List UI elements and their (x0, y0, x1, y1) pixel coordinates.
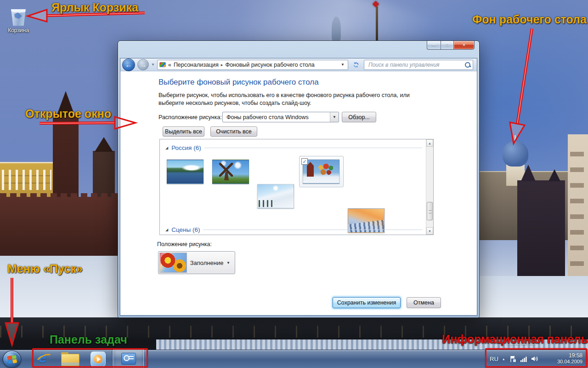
group-header-russia[interactable]: ◢ Россия (6) (160, 143, 425, 152)
wallpaper-thumbnail-kremlin-winter-selected[interactable] (303, 159, 339, 184)
position-preview-thumbnail (159, 253, 187, 273)
position-value: Заполнение (187, 259, 226, 266)
group-header-scenes[interactable]: ◢ Сцены (6) (160, 225, 425, 234)
group-rule (203, 230, 422, 230)
wallpaper-thumbnail-windmill[interactable] (212, 160, 249, 184)
address-dropdown-button[interactable]: ▼ (339, 63, 346, 67)
forward-button[interactable]: → (137, 59, 149, 70)
group-rule (204, 148, 422, 148)
annotation-arrow-to-start (2, 276, 22, 348)
recycle-bin-caption: Корзина (6, 27, 31, 34)
selected-wallpaper-frame[interactable]: ✓ (299, 156, 344, 187)
wallpaper-list[interactable]: ◢ Россия (6) ✓ ◢ Сцены (6) (159, 139, 434, 235)
maximize-icon: □ (446, 43, 448, 47)
breadcrumb-overflow-chevron[interactable]: « (168, 62, 171, 68)
annotation-desktop-background: Фон рабочего стола (472, 13, 587, 26)
start-button[interactable] (3, 351, 21, 368)
recent-pages-button[interactable]: ▼ (151, 63, 155, 67)
breadcrumb-desktop-background[interactable]: Фоновый рисунок рабочего стола (225, 62, 314, 68)
kremlin-spire-art (376, 6, 378, 41)
page-title: Выберите фоновый рисунок рабочего стола (158, 78, 319, 87)
select-all-button[interactable]: Выделить все (163, 126, 204, 137)
control-panel-window: — □ × ← → ▼ « Персонализация ▸ Фоновый р… (118, 40, 480, 318)
address-bar[interactable]: « Персонализация ▸ Фоновый рисунок рабоч… (157, 60, 348, 70)
picture-position-combobox[interactable]: Заполнение ▼ (158, 251, 235, 274)
browse-button[interactable]: Обзор... (342, 112, 376, 122)
annotation-recycle-bin: Ярлык Корзика (51, 1, 138, 14)
annotation-open-window: Открытое окно (25, 107, 111, 121)
location-combobox[interactable]: Фоны рабочего стола Windows ▼ (222, 112, 339, 122)
scrollbar-thumb[interactable] (427, 202, 433, 220)
minimize-icon: — (432, 43, 436, 47)
location-label: Расположение рисунка: (158, 114, 222, 121)
search-box (364, 60, 473, 70)
desktop-background: Корзина Пробная ко — □ × ← → ▼ « Персона… (0, 0, 588, 368)
caption-buttons: — □ × (427, 41, 475, 50)
location-value: Фоны рабочего стола Windows (223, 114, 330, 121)
minimize-button[interactable]: — (427, 41, 441, 50)
annotation-tray: Информационная панель (442, 333, 588, 346)
wallpaper-thumbnail-snowy-mountains[interactable] (257, 184, 294, 208)
scroll-down-button[interactable]: ▼ (426, 227, 433, 235)
expander-icon[interactable]: ◢ (165, 228, 168, 232)
window-titlebar[interactable]: — □ × (118, 41, 479, 58)
breadcrumb-separator-icon[interactable]: ▸ (221, 63, 223, 67)
refresh-icon (353, 62, 359, 68)
navigation-bar: ← → ▼ « Персонализация ▸ Фоновый рисунок… (120, 58, 477, 71)
refresh-button[interactable] (351, 60, 362, 70)
selected-checkbox[interactable]: ✓ (301, 158, 308, 165)
window-body: ← → ▼ « Персонализация ▸ Фоновый рисунок… (120, 58, 477, 316)
expander-icon[interactable]: ◢ (165, 146, 168, 150)
close-icon: × (462, 42, 465, 48)
position-label: Положение рисунка: (157, 241, 212, 247)
maximize-button[interactable]: □ (441, 41, 453, 50)
back-button[interactable]: ← (122, 58, 135, 71)
scroll-up-button[interactable]: ▲ (426, 139, 433, 147)
close-button[interactable]: × (453, 41, 475, 50)
annotation-box-tray (485, 348, 587, 368)
church-dome-art (332, 17, 341, 41)
address-location-icon (159, 62, 166, 67)
dark-tower-art (517, 180, 565, 290)
search-input[interactable] (368, 61, 464, 69)
wallpaper-thumbnail-lake-reflection[interactable] (167, 160, 204, 184)
forward-arrow-icon: → (140, 61, 147, 69)
page-content: Выберите фоновый рисунок рабочего стола … (120, 71, 477, 315)
search-magnifier-icon (464, 62, 471, 68)
save-changes-button[interactable]: Сохранить изменения (333, 297, 401, 308)
annotation-taskbar: Панель задач (50, 333, 127, 346)
back-arrow-icon: ← (125, 61, 132, 69)
cancel-button[interactable]: Отмена (407, 297, 441, 308)
clear-all-button[interactable]: Очистить все (210, 126, 257, 137)
list-scrollbar[interactable]: ▲ ▼ (426, 139, 433, 235)
breadcrumb-personalization[interactable]: Персонализация (174, 62, 219, 68)
windows-logo-icon (7, 355, 17, 363)
annotation-start-menu: Меню «Пуск» (7, 262, 83, 276)
position-dropdown-arrow-icon: ▼ (226, 261, 234, 265)
location-dropdown-arrow-icon: ▼ (330, 112, 339, 122)
annotation-box-taskbar-icons (32, 348, 148, 368)
annotation-arrow-to-background (504, 27, 537, 149)
page-description: Выберите рисунок, чтобы использовать его… (158, 92, 430, 107)
